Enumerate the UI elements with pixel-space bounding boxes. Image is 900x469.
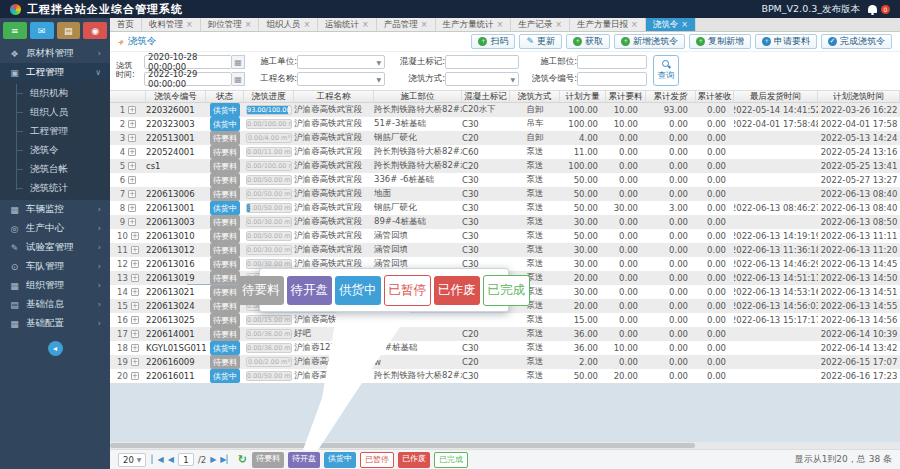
expand-row-icon[interactable]: +: [128, 176, 136, 184]
table-row[interactable]: 6+待要料0.00/50.00 m³沪渝蓉高铁武宜段336# -6桩基础C30泵…: [110, 173, 900, 187]
project-select[interactable]: ▼: [297, 72, 385, 86]
column-header[interactable]: 计划方量: [560, 91, 606, 102]
expand-row-icon[interactable]: +: [128, 162, 136, 170]
calendar-icon[interactable]: ▦: [232, 55, 245, 69]
horizontal-scrollbar[interactable]: [110, 442, 900, 449]
column-header[interactable]: 累计发货: [646, 91, 696, 102]
add-pour-order-button[interactable]: ＋新增浇筑令: [614, 34, 685, 49]
expand-row-icon[interactable]: +: [128, 106, 136, 114]
tab[interactable]: 浇筑令×: [646, 18, 696, 31]
order-no-input[interactable]: [577, 72, 647, 86]
table-row[interactable]: 17+220614001待要料0.00/36.00 m³好吧收到C20泵送36.…: [110, 327, 900, 341]
sidebar-subitem[interactable]: 组织人员: [0, 103, 110, 122]
close-icon[interactable]: ×: [681, 20, 688, 29]
table-row[interactable]: 16+220613025待要料0.00/15.00 m³沪渝蓉高铁武宜段泵送15…: [110, 313, 900, 327]
table-row[interactable]: 1+220326001供货中93.00/100.00 m³沪渝蓉高铁武宜段跨长荆…: [110, 103, 900, 117]
column-header[interactable]: 工程名称: [294, 91, 374, 102]
sidebar-subitem[interactable]: 组织机构: [0, 84, 110, 103]
expand-row-icon[interactable]: +: [131, 232, 139, 240]
update-button[interactable]: ✎更新: [519, 34, 562, 49]
next-page-button[interactable]: ▶: [210, 455, 216, 464]
close-icon[interactable]: ×: [303, 20, 310, 29]
expand-row-icon[interactable]: +: [128, 218, 136, 226]
copy-add-button[interactable]: ＋复制新增: [689, 34, 751, 49]
expand-row-icon[interactable]: +: [131, 246, 139, 254]
menu-quick-button[interactable]: ≡: [3, 22, 27, 39]
sidebar-subitem[interactable]: 浇筑统计: [0, 179, 110, 198]
expand-row-icon[interactable]: +: [131, 302, 139, 310]
table-row[interactable]: 7+220613006待要料0.00/50.00 m³沪渝蓉高铁武宜段地面C30…: [110, 187, 900, 201]
sidebar-item[interactable]: ▦基础配置›: [0, 314, 110, 333]
table-row[interactable]: 8+220613001供货中3.00/50.00 m³沪渝蓉高铁武宜段钢筋厂硬化…: [110, 201, 900, 215]
tab[interactable]: 生产方量日报×: [570, 18, 646, 31]
part-input[interactable]: [577, 55, 647, 69]
search-button[interactable]: 查询: [653, 55, 679, 86]
tab[interactable]: 产品管理×: [377, 18, 436, 31]
tab[interactable]: 生产记录×: [511, 18, 570, 31]
expand-row-icon[interactable]: +: [131, 358, 139, 366]
expand-row-icon[interactable]: +: [131, 260, 139, 268]
column-header[interactable]: 累计要料: [606, 91, 646, 102]
expand-row-icon[interactable]: +: [128, 134, 136, 142]
bell-icon[interactable]: [868, 5, 877, 13]
table-row[interactable]: 18+KGYL01SG011供货中0.00/36.00 m³沪渝蓉123d%方法…: [110, 341, 900, 355]
date-to-input[interactable]: 2022-10-29 00:00:00: [144, 72, 232, 86]
table-row[interactable]: 4+220524001待要料0.00/11.00 m³沪渝蓉高铁武宜段跨长荆铁路…: [110, 145, 900, 159]
expand-row-icon[interactable]: +: [128, 204, 136, 212]
table-row[interactable]: 2+220323003供货中0.00/100.00 m³沪渝蓉高铁武宜段51#-…: [110, 117, 900, 131]
message-quick-button[interactable]: ✉: [30, 22, 54, 39]
column-header[interactable]: 最后发货时间: [734, 91, 818, 102]
expand-row-icon[interactable]: +: [128, 190, 136, 198]
tab[interactable]: 首页: [110, 18, 142, 31]
sidebar-item[interactable]: ▤基础信息›: [0, 295, 110, 314]
close-icon[interactable]: ×: [555, 20, 562, 29]
sidebar-item[interactable]: ❖原材料管理›: [0, 44, 110, 63]
tab[interactable]: 生产方量统计×: [436, 18, 512, 31]
tab[interactable]: 运输统计×: [318, 18, 377, 31]
sidebar-item[interactable]: ⊙车队管理›: [0, 257, 110, 276]
close-icon[interactable]: ×: [631, 20, 638, 29]
finish-pour-order-button[interactable]: ✓完成浇筑令: [821, 34, 892, 49]
tab[interactable]: 收料管理×: [142, 18, 201, 31]
table-row[interactable]: 11+220613012待要料0.00/30.00 m³沪渝蓉高铁武宜段涵管回填…: [110, 243, 900, 257]
page-size-select[interactable]: 20 ▼: [118, 453, 146, 467]
expand-row-icon[interactable]: +: [128, 148, 136, 156]
column-header[interactable]: 浇筑令编号: [146, 91, 206, 102]
pour-method-select[interactable]: ▼: [445, 72, 519, 86]
expand-row-icon[interactable]: +: [131, 274, 139, 282]
table-row[interactable]: 19+220616009待要料0.00/2.00 m³沪渝蓉高铁武宜段wC20泵…: [110, 355, 900, 369]
expand-row-icon[interactable]: +: [131, 288, 139, 296]
close-icon[interactable]: ×: [245, 20, 252, 29]
sidebar-collapse-button[interactable]: ◂: [48, 341, 63, 356]
close-icon[interactable]: ×: [497, 20, 504, 29]
sidebar-item[interactable]: ▦车辆监控›: [0, 200, 110, 219]
close-icon[interactable]: ×: [186, 20, 193, 29]
sidebar-subitem[interactable]: 浇筑台帐: [0, 160, 110, 179]
refresh-icon[interactable]: ↻: [238, 453, 247, 466]
tab[interactable]: 卸位管理×: [201, 18, 260, 31]
column-header[interactable]: 施工部位: [374, 91, 462, 102]
table-row[interactable]: 20+220616011供货中0.00/50.00 m³沪渝蓉高铁武宜段跨长荆铁…: [110, 369, 900, 383]
column-header[interactable]: 计划浇筑时间: [818, 91, 900, 102]
column-header[interactable]: 混凝土标记: [462, 91, 510, 102]
first-page-button[interactable]: ▏◀: [151, 455, 163, 464]
sidebar-item[interactable]: ◎生产中心›: [0, 219, 110, 238]
expand-row-icon[interactable]: +: [128, 120, 136, 128]
expand-row-icon[interactable]: +: [131, 316, 139, 324]
table-row[interactable]: 3+220513001待要料0.00/4.00 m³沪渝蓉高铁武宜段钢筋厂硬化C…: [110, 131, 900, 145]
scrollbar-thumb[interactable]: [110, 443, 695, 448]
expand-row-icon[interactable]: +: [131, 330, 139, 338]
scan-button[interactable]: ＋扫码: [471, 34, 515, 49]
column-header[interactable]: 累计签收: [696, 91, 734, 102]
close-icon[interactable]: ×: [362, 20, 369, 29]
file-quick-button[interactable]: ▤: [57, 22, 81, 39]
unit-select[interactable]: ▼: [297, 55, 385, 69]
prev-page-button[interactable]: ◀: [168, 455, 174, 464]
expand-row-icon[interactable]: +: [131, 372, 139, 380]
date-from-input[interactable]: 2020-10-28 00:00:00: [144, 55, 232, 69]
sidebar-subitem[interactable]: 工程管理: [0, 122, 110, 141]
power-quick-button[interactable]: ◉: [83, 22, 107, 39]
column-header[interactable]: 浇筑方式: [510, 91, 560, 102]
request-material-button[interactable]: ＋申请要料: [755, 34, 817, 49]
fetch-button[interactable]: ＋获取: [566, 34, 610, 49]
